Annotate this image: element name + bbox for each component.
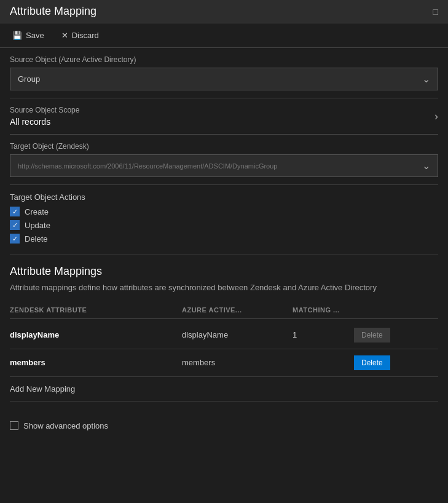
advanced-options-checkbox[interactable] [10, 421, 18, 430]
add-new-label: Add New Mapping [10, 384, 75, 394]
target-object-section: Target Object (Zendesk) http://schemas.m… [10, 135, 438, 185]
source-object-section: Source Object (Azure Active Directory) G… [10, 48, 438, 98]
chevron-right-icon: › [434, 110, 438, 123]
update-label: Update [25, 221, 50, 230]
add-new-mapping[interactable]: Add New Mapping [10, 377, 438, 402]
col-matching: MATCHING ... [293, 306, 354, 314]
chevron-down-icon-2: ⌄ [422, 160, 430, 172]
source-object-value: Group [18, 74, 40, 84]
scope-section[interactable]: Source Object Scope All records › [10, 98, 438, 135]
checkmark-icon: ✓ [12, 208, 18, 215]
delete-cell-2: Delete [354, 355, 403, 370]
table-header: ZENDESK ATTRIBUTE AZURE ACTIVE... MATCHI… [10, 304, 438, 319]
attribute-mappings-section: Attribute Mappings Attribute mappings de… [10, 255, 438, 411]
matching-1: 1 [293, 330, 354, 339]
toolbar: 💾 Save ✕ Discard [0, 23, 448, 48]
delete-cell-1: Delete [354, 328, 403, 343]
checkmark-icon: ✓ [12, 222, 18, 229]
scope-title: Source Object Scope [10, 106, 79, 114]
title-bar: Attribute Mapping □ [0, 0, 448, 23]
col-azure: AZURE ACTIVE... [182, 306, 293, 314]
target-object-value: http://schemas.microsoft.com/2006/11/Res… [18, 162, 277, 170]
attr-mappings-desc: Attribute mappings define how attributes… [10, 282, 438, 294]
col-zendesk: ZENDESK ATTRIBUTE [10, 306, 182, 314]
checkmark-icon: ✓ [12, 236, 18, 242]
save-button[interactable]: 💾 Save [10, 30, 47, 41]
table-row: displayName displayName 1 Delete [10, 322, 438, 349]
azure-attr-2: members [182, 358, 293, 367]
target-object-dropdown[interactable]: http://schemas.microsoft.com/2006/11/Res… [10, 154, 438, 177]
azure-attr-1: displayName [182, 330, 293, 339]
scope-value: All records [10, 117, 79, 127]
save-icon: 💾 [12, 31, 22, 40]
col-actions [354, 306, 403, 314]
target-actions-title: Target Object Actions [10, 192, 438, 202]
update-checkbox[interactable]: ✓ [10, 220, 20, 230]
delete-button-2[interactable]: Delete [354, 355, 390, 370]
delete-checkbox[interactable]: ✓ [10, 234, 20, 244]
attr-mappings-title: Attribute Mappings [10, 265, 438, 278]
source-object-label: Source Object (Azure Active Directory) [10, 55, 438, 64]
delete-label: Delete [25, 234, 48, 244]
zendesk-attr-1: displayName [10, 330, 182, 339]
discard-icon: ✕ [61, 31, 68, 40]
advanced-options-section: Show advanced options [10, 411, 438, 440]
create-label: Create [25, 207, 49, 216]
maximize-icon[interactable]: □ [433, 7, 438, 17]
delete-button-1[interactable]: Delete [354, 328, 390, 343]
source-object-dropdown[interactable]: Group ⌄ [10, 68, 438, 90]
create-checkbox[interactable]: ✓ [10, 207, 20, 216]
action-update-row: ✓ Update [10, 220, 438, 230]
action-delete-row: ✓ Delete [10, 234, 438, 244]
page-title: Attribute Mapping [10, 5, 96, 18]
zendesk-attr-2: members [10, 358, 182, 367]
content-area: Source Object (Azure Active Directory) G… [0, 48, 448, 440]
advanced-options-label: Show advanced options [23, 421, 108, 430]
scope-info: Source Object Scope All records [10, 106, 79, 127]
discard-button[interactable]: ✕ Discard [59, 30, 101, 41]
target-object-label: Target Object (Zendesk) [10, 142, 438, 151]
action-create-row: ✓ Create [10, 207, 438, 216]
chevron-down-icon: ⌄ [422, 73, 430, 85]
table-row: members members Delete [10, 349, 438, 377]
target-actions-section: Target Object Actions ✓ Create ✓ Update … [10, 185, 438, 255]
